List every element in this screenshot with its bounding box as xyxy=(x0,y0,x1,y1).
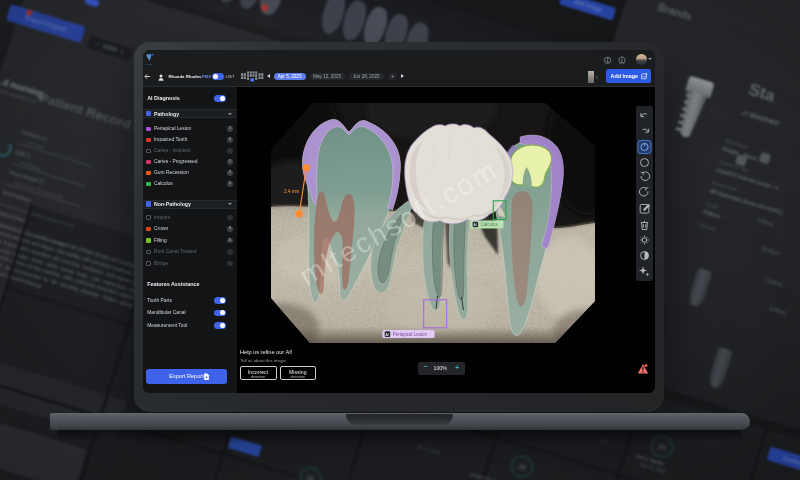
svg-text:AI: AI xyxy=(474,223,477,227)
svg-text:2.4 mm: 2.4 mm xyxy=(284,189,299,194)
svg-text:Calculus: Calculus xyxy=(481,222,499,227)
svg-text:AI: AI xyxy=(386,333,389,337)
svg-text:Periapical Lesion: Periapical Lesion xyxy=(393,332,428,337)
svg-text:tooth.ai: tooth.ai xyxy=(145,63,153,65)
